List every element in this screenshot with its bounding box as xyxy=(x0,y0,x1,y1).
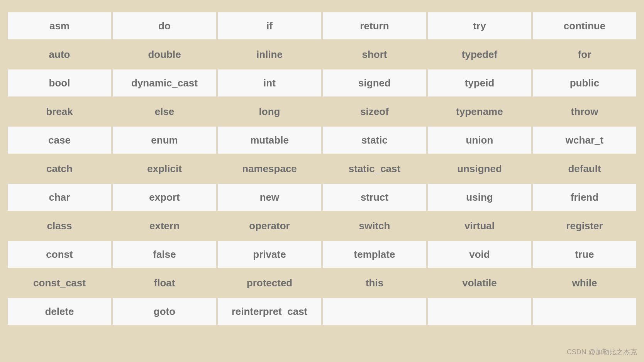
table-cell: virtual xyxy=(428,212,531,239)
table-cell: throw xyxy=(533,98,636,125)
table-cell: goto xyxy=(113,298,216,325)
table-cell: operator xyxy=(218,212,321,239)
table-row: constfalseprivatetemplatevoidtrue xyxy=(8,241,636,268)
table-cell: friend xyxy=(533,184,636,211)
table-cell: struct xyxy=(323,184,426,211)
keywords-table-container: asmdoifreturntrycontinueautodoubleinline… xyxy=(6,11,638,326)
table-cell: int xyxy=(218,69,321,96)
table-cell: enum xyxy=(113,127,216,154)
table-cell: delete xyxy=(8,298,111,325)
table-cell: export xyxy=(113,184,216,211)
table-cell: register xyxy=(533,212,636,239)
table-cell xyxy=(533,298,636,325)
table-cell: const_cast xyxy=(8,269,111,296)
table-cell: typedef xyxy=(428,41,531,68)
table-cell: static xyxy=(323,127,426,154)
table-cell: catch xyxy=(8,155,111,182)
table-cell: static_cast xyxy=(323,155,426,182)
table-cell: double xyxy=(113,41,216,68)
table-cell: sizeof xyxy=(323,98,426,125)
table-cell: default xyxy=(533,155,636,182)
table-row: catchexplicitnamespacestatic_castunsigne… xyxy=(8,155,636,182)
table-cell: signed xyxy=(323,69,426,96)
table-cell: true xyxy=(533,241,636,268)
table-cell xyxy=(323,298,426,325)
table-cell: if xyxy=(218,12,321,39)
table-cell: union xyxy=(428,127,531,154)
table-cell: template xyxy=(323,241,426,268)
keywords-table: asmdoifreturntrycontinueautodoubleinline… xyxy=(6,11,638,326)
table-cell: break xyxy=(8,98,111,125)
table-row: charexportnewstructusingfriend xyxy=(8,184,636,211)
table-cell: new xyxy=(218,184,321,211)
table-cell: typename xyxy=(428,98,531,125)
table-cell: void xyxy=(428,241,531,268)
table-row: breakelselongsizeoftypenamethrow xyxy=(8,98,636,125)
table-row: booldynamic_castintsignedtypeidpublic xyxy=(8,69,636,96)
table-cell: short xyxy=(323,41,426,68)
table-cell: unsigned xyxy=(428,155,531,182)
table-cell: do xyxy=(113,12,216,39)
table-row: classexternoperatorswitchvirtualregister xyxy=(8,212,636,239)
table-cell: false xyxy=(113,241,216,268)
table-cell: private xyxy=(218,241,321,268)
table-cell: wchar_t xyxy=(533,127,636,154)
table-cell: case xyxy=(8,127,111,154)
table-cell: explicit xyxy=(113,155,216,182)
table-cell: public xyxy=(533,69,636,96)
table-cell: auto xyxy=(8,41,111,68)
table-cell: const xyxy=(8,241,111,268)
table-cell: char xyxy=(8,184,111,211)
table-cell: extern xyxy=(113,212,216,239)
table-cell: namespace xyxy=(218,155,321,182)
table-row: caseenummutablestaticunionwchar_t xyxy=(8,127,636,154)
table-row: deletegotoreinterpret_cast xyxy=(8,298,636,325)
table-cell: return xyxy=(323,12,426,39)
table-cell: long xyxy=(218,98,321,125)
table-cell: dynamic_cast xyxy=(113,69,216,96)
table-cell: class xyxy=(8,212,111,239)
table-cell: reinterpret_cast xyxy=(218,298,321,325)
table-cell: continue xyxy=(533,12,636,39)
table-row: autodoubleinlineshorttypedeffor xyxy=(8,41,636,68)
table-cell: typeid xyxy=(428,69,531,96)
table-row: const_castfloatprotectedthisvolatilewhil… xyxy=(8,269,636,296)
table-cell: asm xyxy=(8,12,111,39)
watermark: CSDN @加勒比之杰克 xyxy=(567,347,637,357)
table-cell: volatile xyxy=(428,269,531,296)
table-cell: this xyxy=(323,269,426,296)
table-cell: try xyxy=(428,12,531,39)
table-cell: for xyxy=(533,41,636,68)
table-cell: bool xyxy=(8,69,111,96)
table-cell: using xyxy=(428,184,531,211)
table-cell: switch xyxy=(323,212,426,239)
table-cell: float xyxy=(113,269,216,296)
table-cell: else xyxy=(113,98,216,125)
table-row: asmdoifreturntrycontinue xyxy=(8,12,636,39)
table-cell: inline xyxy=(218,41,321,68)
table-cell: mutable xyxy=(218,127,321,154)
table-cell: protected xyxy=(218,269,321,296)
table-cell: while xyxy=(533,269,636,296)
table-cell xyxy=(428,298,531,325)
